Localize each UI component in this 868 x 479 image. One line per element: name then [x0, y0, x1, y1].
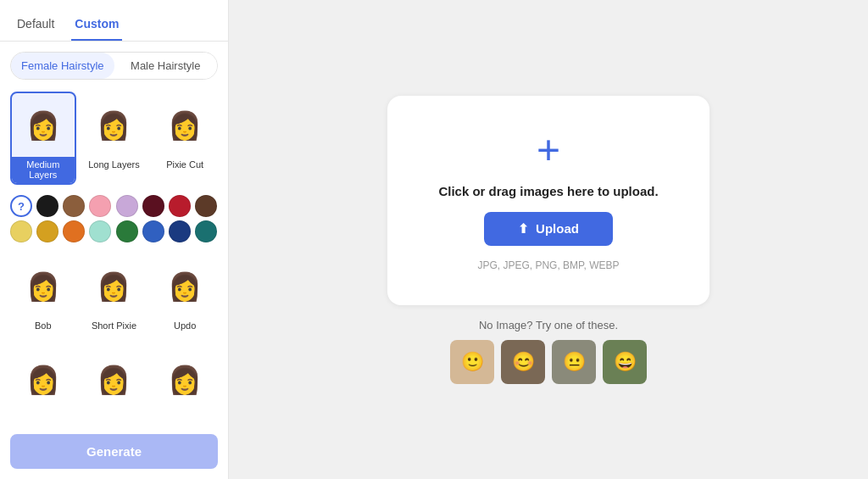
tab-custom[interactable]: Custom [71, 10, 122, 41]
color-swatch-yellow[interactable] [10, 220, 32, 242]
plus-icon: + [537, 130, 560, 170]
color-swatch-blue-medium[interactable] [142, 220, 164, 242]
hair-face-bob: 👩 [12, 254, 75, 318]
female-hairstyle-button[interactable]: Female Hairstyle [11, 53, 114, 79]
color-grid: ? [10, 195, 218, 242]
hair-face-extra2: 👩 [83, 348, 146, 411]
hair-face-medium-layers: 👩 [12, 93, 75, 157]
color-swatch-green[interactable] [116, 220, 138, 242]
sample-face-3[interactable]: 😐 [552, 340, 596, 384]
hair-style-medium-layers[interactable]: 👩 Medium Layers [10, 92, 76, 185]
face-placeholder-4: 😄 [603, 340, 647, 384]
color-swatch-pink-light[interactable] [89, 195, 111, 217]
panel-body: Female Hairstyle Male Hairstyle 👩 Medium… [0, 42, 228, 427]
hair-styles-grid-2: 👩 Bob 👩 Short Pixie 👩 Updo [10, 253, 218, 336]
face-placeholder-3: 😐 [552, 340, 596, 384]
color-swatch-dark-brown[interactable] [195, 195, 217, 217]
color-swatch-lavender[interactable] [116, 195, 138, 217]
color-swatch-dark-maroon[interactable] [142, 195, 164, 217]
sample-label: No Image? Try one of these. [479, 319, 618, 331]
color-swatch-gold[interactable] [36, 220, 58, 242]
color-swatch-orange[interactable] [63, 220, 85, 242]
upload-formats: JPG, JPEG, PNG, BMP, WEBP [477, 259, 619, 271]
male-hairstyle-button[interactable]: Male Hairstyle [114, 53, 218, 79]
upload-box: + Click or drag images here to upload. ⬆… [387, 96, 709, 305]
hair-face-updo: 👩 [153, 254, 216, 318]
hair-label-extra1 [12, 411, 75, 417]
color-swatch-blue-dark[interactable] [169, 220, 191, 242]
hair-label-short-pixie: Short Pixie [83, 318, 146, 334]
hair-label-bob: Bob [12, 318, 75, 334]
sample-face-4[interactable]: 😄 [603, 340, 647, 384]
hair-label-long-layers: Long Layers [83, 157, 146, 173]
hair-label-pixie-cut: Pixie Cut [153, 157, 216, 173]
sample-face-2[interactable]: 😊 [501, 340, 545, 384]
hair-styles-grid-3: 👩 👩 👩 [10, 346, 218, 419]
face-placeholder-2: 😊 [501, 340, 545, 384]
hair-style-bob[interactable]: 👩 Bob [10, 253, 76, 336]
hair-styles-grid: 👩 Medium Layers 👩 Long Layers 👩 Pixie Cu… [10, 92, 218, 185]
hair-label-extra2 [83, 411, 146, 417]
tab-default[interactable]: Default [14, 10, 58, 41]
left-panel: Default Custom Female Hairstyle Male Hai… [0, 0, 229, 479]
upload-button-label: Upload [536, 221, 579, 236]
face-placeholder-1: 🙂 [450, 340, 494, 384]
right-panel: + Click or drag images here to upload. ⬆… [229, 0, 868, 479]
upload-text: Click or drag images here to upload. [438, 184, 658, 198]
hairstyle-toggle: Female Hairstyle Male Hairstyle [10, 52, 218, 80]
sample-faces: 🙂 😊 😐 😄 [450, 340, 647, 384]
color-swatch-teal-light[interactable] [89, 220, 111, 242]
color-swatch-red[interactable] [169, 195, 191, 217]
hair-label-medium-layers: Medium Layers [12, 157, 75, 183]
color-swatch-question[interactable]: ? [10, 195, 32, 217]
color-swatch-teal-dark[interactable] [195, 220, 217, 242]
color-swatch-black[interactable] [36, 195, 58, 217]
hair-style-extra2[interactable]: 👩 [81, 346, 147, 419]
hair-face-extra3: 👩 [153, 348, 216, 411]
hair-style-extra3[interactable]: 👩 [152, 346, 218, 419]
generate-button[interactable]: Generate [10, 434, 218, 469]
sample-section: No Image? Try one of these. 🙂 😊 😐 😄 [450, 319, 647, 384]
upload-icon: ⬆ [518, 221, 529, 237]
hair-face-long-layers: 👩 [83, 93, 146, 157]
hair-label-updo: Updo [153, 318, 216, 334]
hair-style-updo[interactable]: 👩 Updo [152, 253, 218, 336]
color-swatch-brown[interactable] [63, 195, 85, 217]
upload-button[interactable]: ⬆ Upload [484, 212, 613, 246]
hair-style-short-pixie[interactable]: 👩 Short Pixie [81, 253, 147, 336]
hair-style-pixie-cut[interactable]: 👩 Pixie Cut [152, 92, 218, 185]
hair-face-pixie-cut: 👩 [153, 93, 216, 157]
hair-style-long-layers[interactable]: 👩 Long Layers [81, 92, 147, 185]
hair-face-extra1: 👩 [12, 348, 75, 411]
hair-label-extra3 [153, 411, 216, 417]
hair-face-short-pixie: 👩 [83, 254, 146, 318]
sample-face-1[interactable]: 🙂 [450, 340, 494, 384]
tabs: Default Custom [0, 0, 228, 42]
hair-style-extra1[interactable]: 👩 [10, 346, 76, 419]
